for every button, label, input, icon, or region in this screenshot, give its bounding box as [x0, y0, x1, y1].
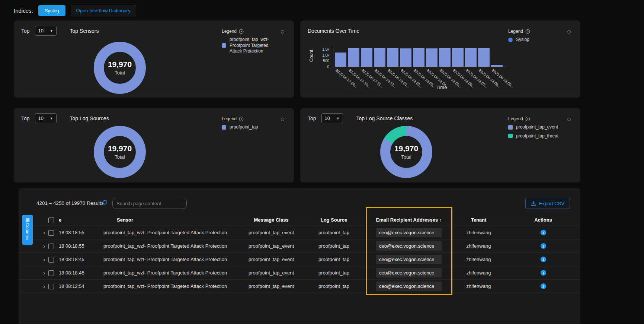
top-n-select[interactable]: 10 ▼ [35, 113, 57, 123]
bar[interactable] [335, 53, 346, 67]
info-icon[interactable]: i [541, 257, 546, 262]
row-message-class: proofpoint_tap_event [241, 270, 301, 276]
top-n-label: Top [21, 28, 30, 34]
col-header-sensor[interactable]: Sensor [103, 217, 241, 223]
grid-icon: ▦ [25, 217, 29, 222]
info-icon[interactable]: i [541, 230, 546, 235]
row-message-class: proofpoint_tap_event [241, 230, 301, 235]
legend-item[interactable]: proofpoint_tap_wzf- Proofpoint Targeted … [222, 37, 278, 54]
bar[interactable] [348, 48, 359, 67]
row-checkbox[interactable] [48, 244, 54, 249]
syslog-index-button[interactable]: Syslog [38, 5, 65, 16]
columns-button[interactable]: ▦ Columns [22, 215, 33, 245]
col-header-time[interactable]: e [59, 217, 103, 223]
legend-expand-icon [525, 117, 530, 121]
legend-toggle[interactable]: Legend [222, 29, 278, 34]
row-time: 18 08:18:45 [59, 257, 103, 262]
info-icon[interactable]: i [541, 283, 546, 289]
row-email-recipient[interactable]: ceo@exec.vogon.science [376, 268, 442, 277]
bar[interactable] [426, 48, 438, 67]
top-n-select[interactable]: 10 ▼ [321, 113, 343, 123]
refresh-icon [102, 200, 108, 205]
y-axis-label: Count [309, 50, 314, 62]
legend-toggle[interactable]: Legend [222, 116, 278, 121]
row-message-class: proofpoint_tap_event [241, 283, 301, 289]
top-log-source-classes-panel: Top 10 ▼ Top Log Source Classes Legend p… [300, 108, 580, 182]
donut-center: 19,970 Total [104, 136, 136, 168]
row-sensor: proofpoint_tap_wzf- Proofpoint Targeted … [103, 283, 241, 289]
table-body: ›18 08:18:55proofpoint_tap_wzf- Proofpoi… [19, 226, 580, 293]
donut-total-value: 19,970 [108, 144, 132, 153]
row-checkbox[interactable] [48, 257, 54, 263]
legend-item[interactable]: proofpoint_tap [222, 124, 278, 130]
legend-item[interactable]: proofpoint_tap_threat [508, 133, 564, 139]
bar[interactable] [452, 48, 464, 67]
x-tick-label: 2025-06-18 06... [452, 68, 475, 89]
panel-circle-icon[interactable] [281, 30, 284, 34]
row-sensor: proofpoint_tap_wzf- Proofpoint Targeted … [103, 230, 241, 235]
legend-swatch [222, 125, 226, 130]
bar[interactable] [374, 48, 385, 67]
legend: Legend proofpoint_tap [222, 116, 278, 130]
donut-total-label: Total [401, 154, 411, 160]
panel-circle-icon[interactable] [567, 118, 571, 121]
row-time: 18 08:18:55 [59, 230, 103, 235]
bar[interactable] [387, 48, 398, 67]
col-header-actions[interactable]: Actions [506, 217, 580, 223]
search-input[interactable] [116, 201, 182, 206]
row-expand-icon[interactable]: › [40, 283, 48, 289]
search-icon [182, 201, 183, 206]
legend-label: Legend [508, 116, 523, 121]
row-expand-icon[interactable]: › [40, 243, 48, 249]
row-tenant: zhifenwang [451, 230, 506, 235]
legend-item[interactable]: proofpoint_tap_event [508, 124, 564, 130]
row-checkbox[interactable] [48, 284, 54, 289]
col-header-log-source[interactable]: Log Source [301, 217, 366, 223]
top-n-value: 10 [325, 115, 330, 121]
row-expand-icon[interactable]: › [40, 256, 48, 263]
top-log-sources-donut: 19,970 Total [94, 126, 146, 178]
bar[interactable] [491, 65, 503, 67]
bar[interactable] [478, 48, 490, 67]
col-header-tenant[interactable]: Tenant [451, 217, 506, 223]
bar[interactable] [439, 48, 451, 67]
row-expand-icon[interactable]: › [40, 229, 48, 236]
bar[interactable] [413, 48, 424, 67]
caret-down-icon: ▼ [50, 117, 53, 120]
refresh-button[interactable] [102, 200, 108, 207]
x-tick-label: 2025-06-18 07... [465, 68, 488, 89]
bar[interactable] [400, 48, 411, 67]
info-icon[interactable]: i [541, 243, 546, 249]
row-expand-icon[interactable]: › [40, 270, 48, 276]
row-email-recipient[interactable]: ceo@exec.vogon.science [376, 241, 442, 251]
export-csv-button[interactable]: Export CSV [525, 198, 570, 209]
col-header-email-recipient-addresses[interactable]: Email Recipient Addresses↑ [366, 217, 451, 223]
row-email-recipient[interactable]: ceo@exec.vogon.science [376, 282, 442, 291]
bar[interactable] [361, 48, 372, 67]
col-header-message-class[interactable]: Message Class [241, 217, 301, 223]
row-checkbox[interactable] [48, 270, 54, 276]
legend-toggle[interactable]: Legend [508, 116, 564, 121]
y-tick-label: 0 [327, 65, 329, 69]
row-tenant: zhifenwang [451, 283, 506, 289]
row-email-recipient[interactable]: ceo@exec.vogon.science [376, 228, 442, 237]
documents-over-time-panel: Documents Over Time Legend Syslog Count … [300, 20, 580, 98]
row-email-recipient[interactable]: ceo@exec.vogon.science [376, 255, 442, 264]
search-box[interactable] [112, 198, 187, 209]
top-n-select[interactable]: 10 ▼ [35, 26, 57, 36]
download-icon [531, 201, 536, 206]
select-all-checkbox[interactable] [48, 217, 54, 223]
legend-item-label: proofpoint_tap_event [516, 124, 564, 130]
legend-expand-icon [239, 117, 244, 121]
open-interflow-dictionary-button[interactable]: Open Interflow Dictionary [71, 5, 136, 16]
panel-circle-icon[interactable] [281, 118, 284, 121]
columns-label: Columns [25, 223, 30, 241]
row-sensor: proofpoint_tap_wzf- Proofpoint Targeted … [103, 270, 241, 276]
info-icon[interactable]: i [541, 270, 546, 276]
row-tenant: zhifenwang [451, 270, 506, 276]
bar[interactable] [465, 48, 477, 67]
indices-label: Indices: [14, 7, 33, 14]
row-message-class: proofpoint_tap_event [241, 257, 301, 262]
donut-center: 19,970 Total [104, 52, 136, 84]
row-checkbox[interactable] [48, 230, 54, 236]
